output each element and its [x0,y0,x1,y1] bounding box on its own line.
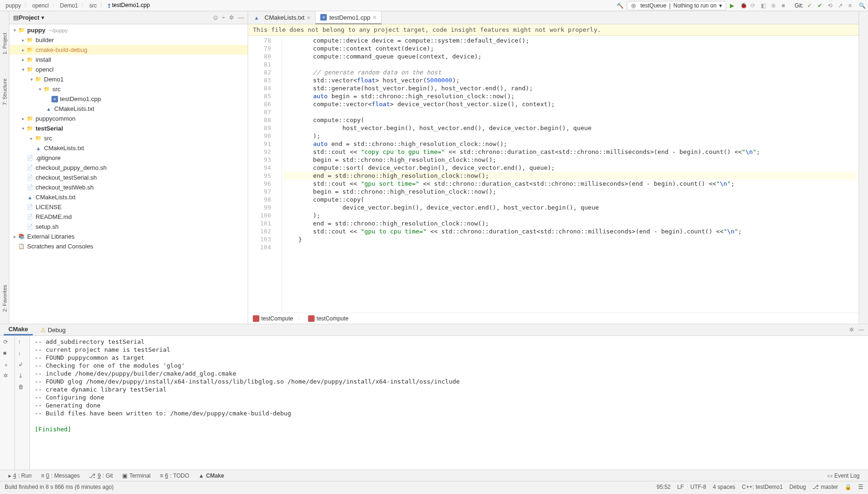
gear-icon[interactable]: ✲ [849,327,854,333]
tree-cmake-build-debug[interactable]: ▸📁cmake-build-debug [9,45,248,55]
scroll-icon[interactable]: ⤓ [18,372,27,381]
tree-cmakelists-demo[interactable]: ▲CMakeLists.txt [9,104,248,114]
tree-opencl[interactable]: ▾📁opencl [9,65,248,74]
tree-checkout-demo[interactable]: 📄checkout_puppy_demo.sh [9,163,248,173]
line-gutter: 7879808182838485868788899091929394959697… [248,36,275,312]
chevron-down-icon: ▾ [719,2,722,9]
build-icon[interactable]: 🔨 [617,2,623,9]
debug-tab[interactable]: ⚠Debug [36,325,70,335]
hide-icon[interactable]: — [859,327,864,333]
tree-gitignore[interactable]: 📄.gitignore [9,153,248,163]
tree-src[interactable]: ▾📁src [9,84,248,94]
status-lang[interactable]: C++: testDemo1 [742,484,783,490]
cmake-tab[interactable]: CMake [4,324,33,335]
crumb-puppy[interactable]: puppy [3,2,24,9]
settings-icon[interactable]: ≡ [848,2,855,9]
tree-testdemo[interactable]: ctestDemo1.cpp [9,94,248,104]
wrap-icon[interactable]: ↲ [18,361,27,370]
stop-icon[interactable]: ■ [781,2,788,9]
tree-testserial[interactable]: ▾📁testSerial [9,124,248,133]
close-icon[interactable]: × [307,14,310,22]
hide-icon[interactable]: — [238,14,244,21]
lock-icon[interactable]: 🔒 [845,484,852,490]
status-pos[interactable]: 95:52 [656,484,670,490]
tab-testdemo[interactable]: ctestDemo1.cpp× [316,11,382,24]
status-indent[interactable]: 4 spaces [713,484,736,490]
run-target: Nothing to run on [673,2,716,9]
crumb-opencl[interactable]: opencl [29,2,51,9]
settings-icon[interactable]: ✲ [3,372,12,381]
crumb-testcompute-2[interactable]: testCompute [308,315,348,322]
clear-icon[interactable]: 🗑 [18,384,27,392]
tree-checkout-serial[interactable]: 📄checkout_testSerial.sh [9,173,248,182]
cpp-icon: c [320,14,327,21]
tree-demo1[interactable]: ▾📁Demo1 [9,74,248,84]
code-editor[interactable]: 7879808182838485868788899091929394959697… [248,36,859,312]
project-header: Project [19,14,39,21]
collapse-icon[interactable]: ÷ [222,14,225,21]
sidetab-structure[interactable]: 7: Structure [1,76,8,108]
status-encoding[interactable]: UTF-8 [691,484,706,490]
footer-eventlog[interactable]: ▭ Event Log [823,472,864,479]
tree-external-libraries[interactable]: ▸📚External Libraries [9,232,248,241]
tree-builder[interactable]: ▸📁builder [9,35,248,45]
run-config-selector[interactable]: ◎ testQueue | Nothing to run on ▾ [627,1,727,10]
git-history-icon[interactable]: ⟲ [828,2,834,9]
navigation-bar: puppy〉 opencl〉 Demo1〉 src〉 ctestDemo1.cp… [0,0,868,11]
crumb-file[interactable]: ctestDemo1.cpp [105,2,153,9]
tree-readme[interactable]: 📄README.md [9,212,248,222]
debug-icon[interactable]: 🐞 [740,2,747,9]
footer-run[interactable]: ▸ 4: Run [4,472,36,479]
footer-git[interactable]: ⎇ 9: Git [84,472,118,479]
tree-puppycommon[interactable]: ▸📁puppycommon [9,114,248,124]
editor-breadcrumbs: testCompute 〉 testCompute [248,312,859,324]
up-icon[interactable]: ↑ [18,339,27,347]
status-lineend[interactable]: LF [677,484,684,490]
tree-scratches[interactable]: 📋Scratches and Consoles [9,241,248,251]
status-bar: Build finished in 8 s 866 ms (6 minutes … [0,481,868,492]
status-branch[interactable]: ⎇ master [812,484,838,490]
coverage-icon[interactable]: ⟳ [750,2,757,9]
chevron-down-icon[interactable]: ▾ [41,14,44,21]
project-tree[interactable]: ▾📁puppy~/puppy ▸📁builder ▸📁cmake-build-d… [9,24,248,324]
footer-cmake[interactable]: ▲ CMake [194,472,229,479]
crumb-testcompute-1[interactable]: testCompute [253,315,293,322]
cmake-tool-window: ⟳ ■ ＋ ✲ ↑ ↓ ↲ ⤓ 🗑 -- add_subdirectory te… [0,336,868,470]
down-icon[interactable]: ↓ [18,350,27,358]
run-icon[interactable]: ▶ [730,2,736,9]
footer-todo[interactable]: ≡ 6: TODO [155,472,194,479]
profile-icon[interactable]: ◧ [761,2,767,9]
sidetab-project[interactable]: 1: Project [1,30,8,57]
left-sidebar: 1: Project 7: Structure 2: Favorites [0,11,9,324]
tab-cmakelists[interactable]: ▲CMakeLists.txt× [248,11,316,24]
crumb-demo1[interactable]: Demo1 [57,2,81,9]
tree-src2[interactable]: ▸📁src [9,133,248,143]
editor-tabs: ▲CMakeLists.txt× ctestDemo1.cpp× [248,11,859,24]
tree-setup[interactable]: 📄setup.sh [9,222,248,232]
git-update-icon[interactable]: ✓ [807,2,814,9]
crumb-src[interactable]: src [87,2,100,9]
close-icon[interactable]: × [373,14,376,21]
attach-icon[interactable]: ⊕ [771,2,778,9]
memory-icon[interactable]: ☰ [858,484,863,490]
stop-icon[interactable]: ■ [3,350,12,358]
search-icon[interactable]: 🔍 [859,2,865,9]
function-icon [308,315,315,322]
status-config[interactable]: Debug [789,484,806,490]
footer-messages[interactable]: ≡ 0: Messages [36,472,84,479]
git-commit-icon[interactable]: ✔ [817,2,824,9]
plus-icon[interactable]: ＋ [3,361,12,370]
git-push-icon[interactable]: ↗ [838,2,845,9]
tree-cmakelists-ts[interactable]: ▲CMakeLists.txt [9,143,248,153]
tree-install[interactable]: ▸📁install [9,55,248,65]
cmake-output[interactable]: -- add_subdirectory testSerial-- current… [30,336,868,470]
tree-root[interactable]: ▾📁puppy~/puppy [9,25,248,35]
locate-icon[interactable]: ⊙ [213,14,218,21]
footer-terminal[interactable]: ▣ Terminal [118,472,155,479]
gear-icon[interactable]: ✲ [229,14,234,21]
tree-cmakelists-root[interactable]: ▲CMakeLists.txt [9,192,248,202]
tree-license[interactable]: 📄LICENSE [9,202,248,212]
sidetab-favorites[interactable]: 2: Favorites [1,282,8,314]
tree-checkout-web[interactable]: 📄checkout_testWeb.sh [9,182,248,192]
reload-icon[interactable]: ⟳ [3,339,12,347]
